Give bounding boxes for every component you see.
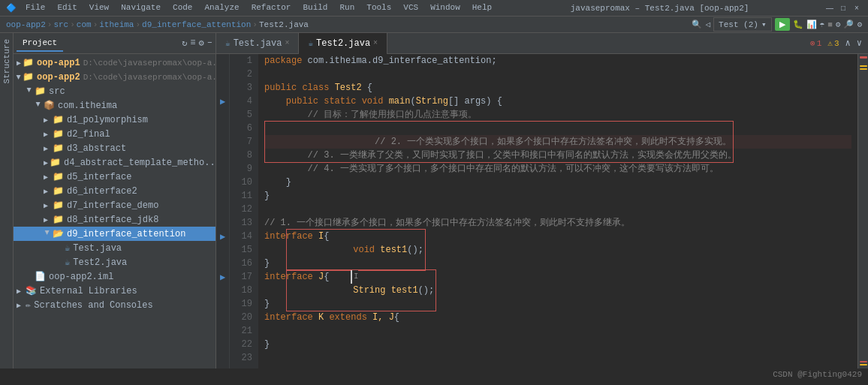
breadcrumb-d9[interactable]: d9_interface_attention bbox=[142, 20, 251, 29]
sort-icon[interactable]: ≡ bbox=[190, 38, 195, 49]
tree-item-d5[interactable]: ▶ 📁 d5_interface bbox=[14, 170, 215, 184]
gutter-cell-1 bbox=[216, 54, 229, 68]
folder-icon: 📁 bbox=[53, 143, 64, 154]
line-numbers: 1 2 3 4 5 6 7 8 9 10 11 12 13 14 15 16 1 bbox=[230, 54, 258, 368]
tree-item-com-itheima[interactable]: ▶ 📦 com.itheima bbox=[14, 98, 215, 113]
watermark: CSDN @Fighting0429 bbox=[773, 370, 862, 379]
breadcrumb-oop-app2[interactable]: oop-app2 bbox=[6, 20, 46, 29]
close-button[interactable]: × bbox=[851, 3, 862, 14]
menu-navigate[interactable]: Navigate bbox=[118, 3, 164, 13]
menu-vcs[interactable]: VCS bbox=[400, 3, 421, 13]
close-tab-icon[interactable]: × bbox=[373, 39, 378, 47]
tree-item-d7[interactable]: ▶ 📁 d7_interface_demo bbox=[14, 198, 215, 212]
gutter-cell-9 bbox=[216, 162, 229, 176]
error-icon: ⊗ bbox=[810, 38, 815, 48]
code-line-23 bbox=[264, 351, 851, 365]
refresh-icon[interactable]: ↻ bbox=[182, 38, 187, 49]
tab-test2-java[interactable]: ☕ Test2.java × bbox=[299, 33, 387, 54]
line-num-5: 5 bbox=[236, 108, 252, 122]
tab-label: Test2.java bbox=[316, 38, 370, 49]
run-button[interactable]: ▶ bbox=[775, 18, 790, 31]
search-everywhere-icon[interactable]: 🔍 bbox=[692, 20, 702, 29]
maximize-button[interactable]: □ bbox=[838, 3, 848, 14]
folder-icon: 📁 bbox=[53, 128, 64, 140]
tree-label: src bbox=[49, 86, 65, 97]
editor-tabs: ☕ Test.java × ☕ Test2.java × ⊗ 1 ⚠ 3 ∧ ∨ bbox=[216, 33, 868, 54]
minus-icon[interactable]: – bbox=[207, 38, 212, 49]
menu-edit[interactable]: Edit bbox=[54, 3, 80, 13]
menu-build[interactable]: Build bbox=[300, 3, 330, 13]
tree-item-ext-libraries[interactable]: ▶ 📚 External Libraries bbox=[14, 284, 215, 298]
settings-icon[interactable]: ⚙ bbox=[836, 20, 841, 29]
close-tab-icon[interactable]: × bbox=[285, 39, 289, 47]
minimize-button[interactable]: — bbox=[824, 3, 835, 14]
toolbar-right: 🔍 ◁ Test (2) ▾ ▶ 🐛 📊 ☂ ■ ⚙ 🔎 ⚙ bbox=[692, 17, 862, 32]
run-config-dropdown[interactable]: Test (2) ▾ bbox=[713, 17, 771, 32]
menu-analyze[interactable]: Analyze bbox=[201, 3, 242, 13]
tab-project[interactable]: Project bbox=[17, 35, 63, 52]
arrow-icon: ▶ bbox=[34, 102, 43, 110]
code-line-11: } bbox=[264, 189, 851, 203]
menu-code[interactable]: Code bbox=[170, 3, 195, 13]
gear-icon[interactable]: ⚙ bbox=[857, 20, 862, 29]
tree-item-d2[interactable]: ▶ 📁 d2_final bbox=[14, 127, 215, 141]
stop-icon[interactable]: ■ bbox=[827, 20, 833, 29]
gutter-cell-21 bbox=[216, 324, 229, 338]
code-line-15: void test1(); bbox=[264, 243, 851, 257]
menu-help[interactable]: Help bbox=[469, 3, 495, 13]
tree-item-oop-app1[interactable]: ▶ 📁 oop-app1 D:\code\javasepromax\oop-a.… bbox=[14, 56, 215, 70]
arrow-icon: ▶ bbox=[44, 215, 51, 224]
window-controls[interactable]: — □ × bbox=[824, 3, 862, 14]
code-line-20: interface K extends I, J{ bbox=[264, 311, 851, 324]
settings-sidebar-icon[interactable]: ⚙ bbox=[199, 38, 204, 49]
tree-item-d3[interactable]: ▶ 📁 d3_abstract bbox=[14, 141, 215, 155]
code-line-13: // 1. 一个接口继承多个接口，如果多个接口中存在方法签名冲突，则此时不支持多… bbox=[264, 216, 851, 230]
breadcrumb-com[interactable]: com bbox=[77, 20, 92, 29]
tree-label: com.itheima bbox=[58, 101, 117, 111]
gutter-cell-2 bbox=[216, 68, 229, 81]
iml-icon: 📄 bbox=[35, 271, 46, 282]
tree-item-oop-app2[interactable]: ▶ 📁 oop-app2 D:\code\javasepromax\oop-a.… bbox=[14, 70, 215, 84]
error-marker-bottom bbox=[860, 361, 867, 362]
breadcrumb-src[interactable]: src bbox=[53, 20, 68, 29]
debug-icon[interactable]: 🐛 bbox=[793, 20, 803, 29]
expand-icon[interactable]: ∧ bbox=[845, 38, 851, 49]
gutter-cell-20 bbox=[216, 311, 229, 324]
tree-item-scratches[interactable]: ▶ ✏️ Scratches and Consoles bbox=[14, 298, 215, 312]
profile-icon[interactable]: 📊 bbox=[806, 20, 817, 29]
structure-panel-tab[interactable]: Structure bbox=[0, 33, 14, 368]
menu-window[interactable]: Window bbox=[427, 3, 463, 13]
structure-label[interactable]: Structure bbox=[2, 33, 11, 89]
tree-item-d8[interactable]: ▶ 📁 d8_interface_jdk8 bbox=[14, 212, 215, 227]
tree-item-d4[interactable]: ▶ 📁 d4_abstract_template_metho... bbox=[14, 155, 215, 170]
tree-item-test-java[interactable]: ▶ ☕ Test.java bbox=[14, 241, 215, 255]
collapse-icon[interactable]: ∨ bbox=[857, 38, 862, 49]
code-line-4: public static void main(String[] args) { bbox=[264, 95, 851, 108]
menu-file[interactable]: File bbox=[23, 3, 48, 13]
code-editor[interactable]: package com.itheima.d9_interface_attenti… bbox=[258, 54, 857, 368]
breadcrumb-itheima[interactable]: itheima bbox=[99, 20, 134, 29]
tree-item-d1[interactable]: ▶ 📁 d1_polymorphism bbox=[14, 113, 215, 127]
tree-item-d9[interactable]: ▶ 📂 d9_interface_attention bbox=[14, 227, 215, 241]
tree-label: Test.java bbox=[73, 243, 122, 254]
library-icon: 📚 bbox=[26, 285, 37, 296]
tree-item-test2-java[interactable]: ▶ ☕ Test2.java bbox=[14, 255, 215, 269]
scratch-icon: ✏️ bbox=[26, 299, 31, 311]
menu-refactor[interactable]: Refactor bbox=[249, 3, 294, 13]
search-icon[interactable]: 🔎 bbox=[843, 20, 854, 29]
tree-item-iml[interactable]: ▶ 📄 oop-app2.iml bbox=[14, 269, 215, 284]
tree-label: Scratches and Consoles bbox=[34, 300, 152, 311]
tab-test-java[interactable]: ☕ Test.java × bbox=[216, 33, 299, 54]
line-num-9: 9 bbox=[236, 162, 252, 176]
gutter-cell-16 bbox=[216, 257, 229, 270]
menu-run[interactable]: Run bbox=[336, 3, 357, 13]
tree-item-src[interactable]: ▶ 📁 src bbox=[14, 84, 215, 98]
line-num-8: 8 bbox=[236, 149, 252, 162]
coverage-icon[interactable]: ☂ bbox=[820, 20, 825, 29]
back-icon[interactable]: ◁ bbox=[705, 20, 710, 29]
arrow-icon: ▶ bbox=[17, 301, 24, 310]
project-tree: ▶ 📁 oop-app1 D:\code\javasepromax\oop-a.… bbox=[14, 54, 215, 368]
tree-item-d6[interactable]: ▶ 📁 d6_interface2 bbox=[14, 184, 215, 198]
menu-view[interactable]: View bbox=[86, 3, 112, 13]
menu-tools[interactable]: Tools bbox=[363, 3, 394, 13]
